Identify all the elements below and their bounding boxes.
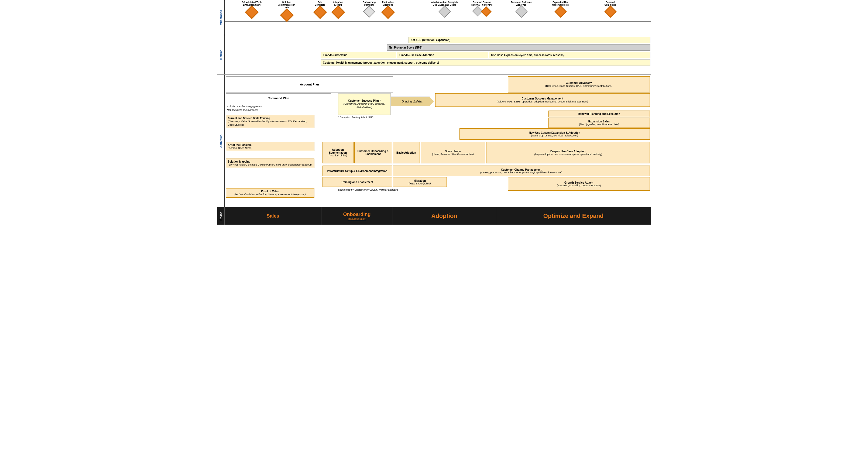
milestone-sa-validated: SA Validated Tech Evaluation Start [240, 1, 264, 17]
box-renewal-planning: Renewal Planning and Execution [549, 111, 650, 117]
ongoing-updates-text: Ongoing Updates [402, 100, 423, 103]
diamond-first-value [381, 5, 395, 19]
box-basic-adoption: Basic Adoption [393, 142, 420, 163]
milestone-sol-label: SolutionAlignment/TechWin [278, 1, 295, 9]
timeline-line [225, 21, 651, 22]
metric-use-case-expansion: Use Case Expansion (cycle time, success … [489, 52, 650, 58]
box-customer-onboarding: Customer Onboarding & Enablement [354, 142, 392, 163]
phase-sales: Sales [225, 207, 321, 225]
cs-plan-body: (Outcomes, Adoption Plan, Timeline, Stak… [340, 102, 390, 109]
as-title: Adoption Segmentation [324, 148, 352, 154]
box-customer-advocacy: Customer Advocacy (Reference, Case Studi… [508, 76, 650, 92]
ap-title: Art of the Possible [228, 144, 312, 147]
milestones-content: SA Validated Tech Evaluation Start Solut… [225, 0, 651, 35]
phase-onboarding: Onboarding Implementation [321, 207, 393, 225]
milestone-sale-complete: SaleComplete [311, 1, 330, 17]
net-arr-text: Net ARR (retention, expansion) [411, 38, 450, 41]
metric-net-arr: Net ARR (retention, expansion) [408, 37, 650, 43]
milestone-expanded-use: Expanded UseCase Complete [549, 1, 573, 16]
customer-onboarding-text: Customer Onboarding & Enablement [356, 150, 391, 156]
time-first-value-text: Time-to-First-Value [323, 54, 347, 57]
ca-body: (Reference, Case Studies, CAB, Community… [545, 84, 612, 87]
phase-optimize-label: Optimize and Expand [544, 213, 604, 219]
basic-adoption-text: Basic Adoption [396, 151, 416, 154]
box-command-plan: Command Plan [226, 93, 331, 103]
gs-title: Growth Service Attach [564, 181, 593, 184]
metric-customer-health: Customer Health Management (product adop… [320, 59, 650, 66]
phase-row: Phase Sales Onboarding Implementation Ad… [217, 207, 651, 225]
training-text: Training and Enablement [341, 181, 373, 184]
phase-onboarding-sub: Implementation [348, 217, 366, 220]
milestones-row: Milestones SA Validated Tech Evaluation … [217, 0, 651, 35]
es-body: (Tier Upgrades, New Business Units) [579, 123, 619, 126]
box-infra-setup: Infrastructure Setup & Environment Integ… [322, 165, 392, 176]
mig-title: Migration [414, 179, 426, 182]
box-csm: Customer Success Management (value check… [435, 93, 650, 107]
exception-note: * Exception: Territory MM & SMB [338, 116, 391, 119]
gs-body: (education, consulting, DevOps Practice) [557, 184, 601, 187]
csm-body: (value checks, EBRs, upgrades, adoption … [497, 100, 588, 103]
duc-title: Deepen Use Case Adoption [550, 150, 585, 153]
mig-body: (Repo & CI Pipeline) [408, 182, 431, 185]
box-adoption-seg: Adoption Segmentation (TAM-led, digital) [322, 142, 353, 163]
milestone-adoption-kickoff: AdoptionKickoff [329, 1, 348, 17]
ccm-body: (training, processes, user rollout, DevO… [480, 171, 562, 174]
nuc-body: (Value prop, demos, technical reviews, e… [531, 134, 578, 137]
box-scale-usage: Scale Usage (Users, Features / Use Case … [421, 142, 485, 163]
milestone-onboarding-complete: OnboardingComplete [359, 1, 379, 16]
phase-label: Phase [217, 207, 225, 225]
diamond-sale [313, 5, 327, 19]
ca-title: Customer Advocacy [566, 82, 592, 84]
diamond-initial-adoption [438, 6, 451, 18]
phase-adoption: Adoption [393, 207, 496, 225]
box-training: Training and Enablement [322, 177, 392, 187]
box-proof-of-value: Proof of Value (technical solution valid… [226, 188, 314, 198]
milestone-renewal-completed: RenewalCompleted [600, 1, 621, 16]
metrics-label: Metrics [217, 35, 225, 74]
phase-optimize: Optimize and Expand [496, 207, 651, 225]
customer-health-text: Customer Health Management (product adop… [323, 61, 439, 64]
as-body: (TAM-led, digital) [329, 154, 347, 157]
milestone-business-outcome: Business OutcomeAchieved [509, 1, 534, 16]
metrics-content: Net ARR (retention, expansion) Net Promo… [225, 35, 651, 74]
time-use-case-text: Time-to-Use Case Adoption [399, 54, 434, 57]
command-plan-text: Command Plan [268, 96, 289, 100]
sm-body: (Services Attach, Solution Definition/Br… [228, 163, 312, 166]
ongoing-updates-arrow: Ongoing Updates [391, 96, 434, 106]
metric-time-first-value: Time-to-First-Value [320, 52, 396, 58]
box-art-possible: Art of the Possible (Demos, Deep Dives) [226, 142, 314, 151]
box-expansion-sales: Expansion Sales (Tier Upgrades, New Busi… [549, 118, 650, 128]
phase-sales-label: Sales [267, 213, 279, 219]
box-current-desired: Current and Desired State Framing (Disco… [226, 115, 314, 128]
completed-note: Completed by Customer or GitLab / Partne… [338, 188, 398, 191]
activities-label-text: Activities [219, 134, 222, 148]
phase-adoption-label: Adoption [431, 213, 457, 219]
box-cs-plan: Customer Success Plan * (Outcomes, Adopt… [338, 93, 391, 115]
diamond-business-outcome [515, 6, 527, 18]
milestone-first-value: First ValueMilestone [377, 1, 399, 17]
su-body: (Users, Features / Use Case Adoption) [432, 153, 474, 156]
box-migration: Migration (Repo & CI Pipeline) [393, 177, 447, 187]
use-case-expansion-text: Use Case Expansion (cycle time, success … [491, 54, 565, 57]
milestone-rr-label: Renewal ReviewRenewal - 6 months [471, 1, 493, 6]
box-customer-change: Customer Change Management (training, pr… [393, 165, 650, 176]
phases-container: Sales Onboarding Implementation Adoption… [225, 207, 651, 225]
metric-nps: Net Promoter Score (NPS) [387, 44, 650, 51]
metrics-row: Metrics Net ARR (retention, expansion) N… [217, 35, 651, 75]
diamond-expanded [554, 6, 566, 18]
main-container: Milestones SA Validated Tech Evaluation … [217, 0, 651, 225]
diamond-renewal-completed [604, 6, 616, 18]
milestones-label: Milestones [217, 0, 225, 35]
pv-title: Proof of Value [228, 190, 312, 193]
phase-onboarding-label: Onboarding [343, 212, 371, 217]
metric-time-use-case: Time-to-Use Case Adoption [397, 52, 488, 58]
metrics-label-text: Metrics [219, 50, 222, 60]
csm-title: Customer Success Management [522, 97, 563, 100]
box-new-use-case: New Use Case(s) Expansion & Adoption (Va… [460, 128, 650, 140]
box-account-plan: Account Plan [226, 76, 393, 92]
milestones-label-text: Milestones [219, 10, 222, 25]
milestone-solution-alignment: SolutionAlignment/TechWin [275, 1, 299, 20]
diamond-renewal2 [481, 6, 492, 17]
es-title: Expansion Sales [588, 120, 610, 123]
box-solution-mapping: Solution Mapping (Services Attach, Solut… [226, 159, 314, 168]
